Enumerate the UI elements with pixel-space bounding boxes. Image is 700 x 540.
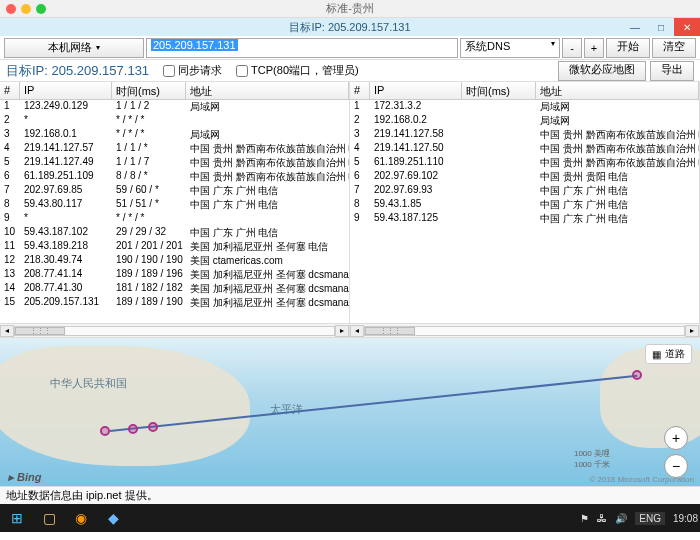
status-text: 地址数据信息由 ipip.net 提供。 xyxy=(6,488,158,503)
map-copyright: © 2018 Microsoft Corporation xyxy=(589,475,694,484)
table-row[interactable]: 3192.168.0.1* / * / *局域网 xyxy=(0,128,349,142)
table-row[interactable]: 3219.141.127.58中国 贵州 黔西南布依族苗族自治州 电信 xyxy=(350,128,699,142)
col-time[interactable]: 时间(ms) xyxy=(112,82,186,99)
table-row[interactable]: 859.43.1.85中国 广东 广州 电信 xyxy=(350,198,699,212)
right-scrollbar[interactable]: ◂⋮⋮⋮▸ xyxy=(350,323,699,337)
subtitle-bar: 目标IP: 205.209.157.131 — □ ✕ xyxy=(0,18,700,36)
table-row[interactable]: 6202.97.69.102中国 贵州 贵阳 电信 xyxy=(350,170,699,184)
col-addr[interactable]: 地址 xyxy=(186,82,349,99)
start-button[interactable]: 开始 xyxy=(606,38,650,58)
target-ip-input[interactable]: 205.209.157.131 xyxy=(146,38,458,58)
map-pin[interactable] xyxy=(632,370,642,380)
clock[interactable]: 19:08 xyxy=(673,513,698,524)
left-table: # IP 时间(ms) 地址 1123.249.0.1291 / 1 / 2局域… xyxy=(0,82,350,337)
table-row[interactable]: 2** / * / * xyxy=(0,114,349,128)
start-menu-icon[interactable]: ⊞ xyxy=(2,505,32,531)
local-network-dropdown[interactable]: 本机网络 xyxy=(4,38,144,58)
layers-icon: ▦ xyxy=(652,349,661,360)
map-view[interactable]: 中华人民共和国 太平洋 ▦道路 + − ▸ Bing 1000 美哩1000 千… xyxy=(0,338,700,486)
taskbar: ⊞ ▢ ◉ ◆ ⚑ 🖧 🔊 ENG 19:08 xyxy=(0,504,700,532)
col-ip[interactable]: IP xyxy=(20,82,112,99)
target-ip-label: 目标IP: 205.209.157.131 xyxy=(6,62,149,80)
export-button[interactable]: 导出 xyxy=(650,61,694,81)
maximize-button[interactable]: □ xyxy=(648,18,674,36)
zoom-in-button[interactable]: + xyxy=(664,426,688,450)
titlebar: 标准-贵州 xyxy=(0,0,700,18)
tables-container: # IP 时间(ms) 地址 1123.249.0.1291 / 1 / 2局域… xyxy=(0,82,700,338)
options-row: 目标IP: 205.209.157.131 同步请求 TCP(80端口，管理员)… xyxy=(0,60,700,82)
tray-sound-icon[interactable]: 🔊 xyxy=(615,513,627,524)
map-pin[interactable] xyxy=(100,426,110,436)
map-scale: 1000 美哩1000 千米 xyxy=(574,448,610,470)
firefox-icon[interactable]: ◉ xyxy=(66,505,96,531)
maximize-dot[interactable] xyxy=(36,4,46,14)
table-row[interactable]: 1123.249.0.1291 / 1 / 2局域网 xyxy=(0,100,349,114)
statusbar: 地址数据信息由 ipip.net 提供。 xyxy=(0,486,700,504)
minimize-button[interactable]: — xyxy=(622,18,648,36)
minimize-dot[interactable] xyxy=(21,4,31,14)
map-country-label: 中华人民共和国 xyxy=(50,376,127,391)
table-row[interactable]: 1159.43.189.218201 / 201 / 201美国 加利福尼亚州 … xyxy=(0,240,349,254)
table-row[interactable]: 15205.209.157.131189 / 189 / 190美国 加利福尼亚… xyxy=(0,296,349,310)
table-row[interactable]: 7202.97.69.8559 / 60 / *中国 广东 广州 电信 xyxy=(0,184,349,198)
language-indicator[interactable]: ENG xyxy=(635,512,665,525)
table-row[interactable]: 7202.97.69.93中国 广东 广州 电信 xyxy=(350,184,699,198)
bing-map-button[interactable]: 微软必应地图 xyxy=(558,61,646,81)
table-row[interactable]: 1172.31.3.2局域网 xyxy=(350,100,699,114)
close-button[interactable]: ✕ xyxy=(674,18,700,36)
app-icon[interactable]: ◆ xyxy=(98,505,128,531)
table-row[interactable]: 959.43.187.125中国 广东 广州 电信 xyxy=(350,212,699,226)
sync-request-checkbox[interactable]: 同步请求 xyxy=(163,63,222,78)
table-row[interactable]: 9** / * / * xyxy=(0,212,349,226)
map-pin[interactable] xyxy=(128,424,138,434)
clear-button[interactable]: 清空 xyxy=(652,38,696,58)
col-addr[interactable]: 地址 xyxy=(536,82,699,99)
close-dot[interactable] xyxy=(6,4,16,14)
table-row[interactable]: 13208.77.41.14189 / 189 / 196美国 加利福尼亚州 圣… xyxy=(0,268,349,282)
plus-button[interactable]: + xyxy=(584,38,604,58)
table-row[interactable]: 2192.168.0.2局域网 xyxy=(350,114,699,128)
table-row[interactable]: 859.43.80.11751 / 51 / *中国 广东 广州 电信 xyxy=(0,198,349,212)
table-row[interactable]: 561.189.251.110中国 贵州 黔西南布依族苗族自治州 电信 xyxy=(350,156,699,170)
col-time[interactable]: 时间(ms) xyxy=(462,82,536,99)
subtitle-text: 目标IP: 205.209.157.131 xyxy=(289,20,410,35)
table-row[interactable]: 1059.43.187.10229 / 29 / 32中国 广东 广州 电信 xyxy=(0,226,349,240)
right-table: # IP 时间(ms) 地址 1172.31.3.2局域网2192.168.0.… xyxy=(350,82,700,337)
table-row[interactable]: 661.189.251.1098 / 8 / *中国 贵州 黔西南布依族苗族自治… xyxy=(0,170,349,184)
minus-button[interactable]: - xyxy=(562,38,582,58)
col-num[interactable]: # xyxy=(350,82,370,99)
table-row[interactable]: 4219.141.127.571 / 1 / *中国 贵州 黔西南布依族苗族自治… xyxy=(0,142,349,156)
left-scrollbar[interactable]: ◂⋮⋮⋮▸ xyxy=(0,323,349,337)
table-row[interactable]: 12218.30.49.74190 / 190 / 190美国 ctameric… xyxy=(0,254,349,268)
bing-logo: ▸ Bing xyxy=(8,471,42,484)
map-layer-control[interactable]: ▦道路 xyxy=(645,344,692,364)
toolbar: 本机网络 205.209.157.131 系统DNS - + 开始 清空 xyxy=(0,36,700,60)
col-num[interactable]: # xyxy=(0,82,20,99)
table-row[interactable]: 5219.141.127.491 / 1 / 7中国 贵州 黔西南布依族苗族自治… xyxy=(0,156,349,170)
window-title: 标准-贵州 xyxy=(326,1,374,16)
col-ip[interactable]: IP xyxy=(370,82,462,99)
tray-flag-icon[interactable]: ⚑ xyxy=(580,513,589,524)
map-pin[interactable] xyxy=(148,422,158,432)
dns-select[interactable]: 系统DNS xyxy=(460,38,560,58)
tray-network-icon[interactable]: 🖧 xyxy=(597,513,607,524)
explorer-icon[interactable]: ▢ xyxy=(34,505,64,531)
table-row[interactable]: 14208.77.41.30181 / 182 / 182美国 加利福尼亚州 圣… xyxy=(0,282,349,296)
table-row[interactable]: 4219.141.127.50中国 贵州 黔西南布依族苗族自治州 电信 xyxy=(350,142,699,156)
tcp-checkbox[interactable]: TCP(80端口，管理员) xyxy=(236,63,359,78)
